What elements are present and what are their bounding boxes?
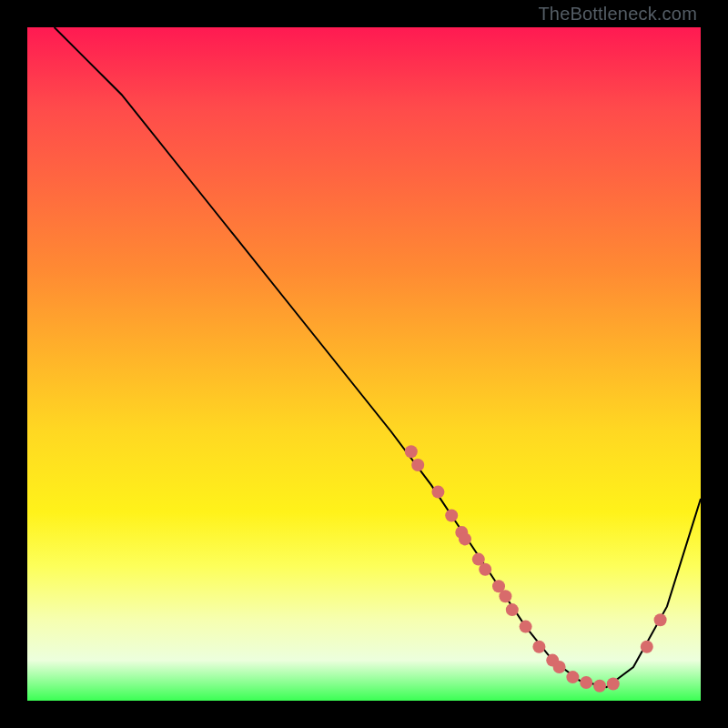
scatter-point xyxy=(411,459,424,471)
scatter-point xyxy=(553,661,566,673)
scatter-point xyxy=(580,676,592,689)
scatter-point xyxy=(459,532,471,545)
watermark-text: TheBottleneck.com xyxy=(538,4,697,25)
scatter-point xyxy=(654,613,667,626)
scatter-point xyxy=(506,603,519,616)
scatter-point xyxy=(445,510,458,522)
scatter-point xyxy=(520,621,532,633)
curve-line xyxy=(55,27,701,687)
plot-area xyxy=(27,27,701,701)
scatter-point xyxy=(479,563,491,576)
scatter-point xyxy=(499,590,511,602)
scatter-points-group xyxy=(405,445,667,693)
scatter-point xyxy=(405,445,418,458)
scatter-point xyxy=(431,486,444,499)
scatter-point xyxy=(566,671,579,683)
chart-svg xyxy=(27,27,701,701)
scatter-point xyxy=(593,680,606,693)
chart-frame: TheBottleneck.com xyxy=(0,0,728,728)
scatter-point xyxy=(641,641,653,653)
scatter-point xyxy=(607,678,620,691)
scatter-point xyxy=(532,641,545,653)
